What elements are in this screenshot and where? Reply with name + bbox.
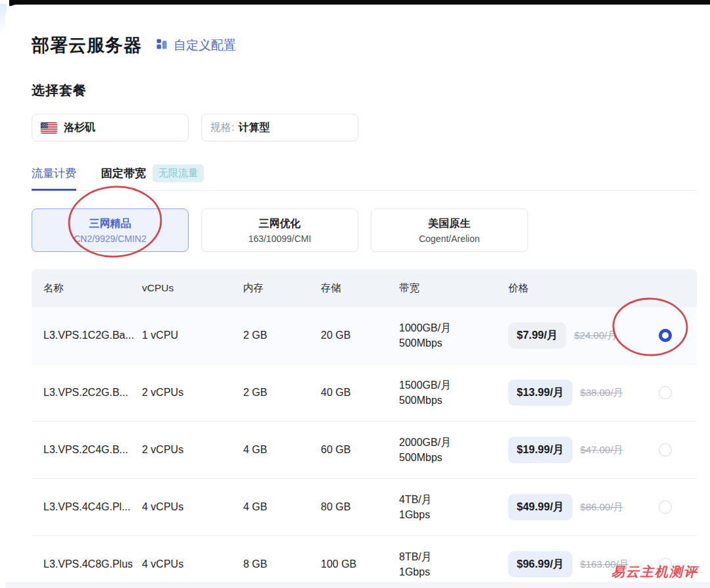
plan-price-cell: $19.99/月 $47.00/月 xyxy=(508,437,634,463)
custom-config-label: 自定义配置 xyxy=(174,37,236,54)
plan-storage: 20 GB xyxy=(321,330,399,341)
unlimited-traffic-badge: 无限流量 xyxy=(153,164,204,182)
plan-radio[interactable] xyxy=(659,329,672,342)
tab-fixed-bandwidth[interactable]: 固定带宽 无限流量 xyxy=(101,164,204,190)
billing-tabs: 流量计费 固定带宽 无限流量 xyxy=(32,164,697,191)
plan-storage: 40 GB xyxy=(321,387,399,399)
plan-price-cell: $13.99/月 $38.00/月 xyxy=(508,380,634,406)
plan-bandwidth: 1500GB/月 500Mbps xyxy=(399,378,508,408)
plan-bandwidth: 4TB/月 1Gbps xyxy=(399,492,508,522)
network-card[interactable]: 美国原生 Cogent/Arelion xyxy=(371,208,528,252)
plan-table-header: 名称 vCPUs 内存 存储 带宽 价格 xyxy=(32,269,697,307)
plan-memory: 2 GB xyxy=(243,330,321,341)
plan-price: $19.99/月 xyxy=(508,437,573,463)
col-price: 价格 xyxy=(508,282,634,295)
table-row[interactable]: L3.VPS.4C8G.Plus 4 vCPUs 8 GB 100 GB 8TB… xyxy=(32,536,697,588)
plan-bandwidth-speed: 1Gbps xyxy=(399,564,508,579)
plan-bandwidth-speed: 500Mbps xyxy=(399,335,508,351)
plan-original-price: $38.00/月 xyxy=(580,387,623,399)
col-storage: 存储 xyxy=(321,282,399,295)
plan-vcpus: 1 vCPU xyxy=(142,330,243,341)
plan-price: $7.99/月 xyxy=(508,322,566,349)
tab-traffic-billing[interactable]: 流量计费 xyxy=(32,166,76,191)
plan-radio[interactable] xyxy=(659,501,672,514)
layout-columns-icon xyxy=(155,37,168,53)
plan-name: L3.VPS.1C2G.Ba... xyxy=(43,330,142,341)
plan-bandwidth-quota: 4TB/月 xyxy=(399,492,508,507)
plan-price: $49.99/月 xyxy=(508,494,573,520)
network-card[interactable]: 三网精品 CN2/9929/CMIN2 xyxy=(32,208,189,252)
table-row[interactable]: L3.VPS.4C4G.Pl... 4 vCPUs 4 GB 80 GB 4TB… xyxy=(32,479,697,536)
plan-vcpus: 4 vCPUs xyxy=(142,501,243,513)
plan-price: $96.99/月 xyxy=(508,551,573,577)
plan-bandwidth-quota: 1000GB/月 xyxy=(399,320,508,335)
header: 部署云服务器 自定义配置 xyxy=(32,34,697,57)
section-title: 选择套餐 xyxy=(32,82,697,99)
spec-value: 计算型 xyxy=(238,121,270,135)
plan-storage: 80 GB xyxy=(321,501,399,513)
plan-name: L3.VPS.4C8G.Plus xyxy=(43,558,142,570)
plan-bandwidth-speed: 1Gbps xyxy=(399,507,508,522)
plan-original-price: $24.00/月 xyxy=(574,330,617,342)
plan-original-price: $86.00/月 xyxy=(580,501,623,514)
network-card-title: 三网精品 xyxy=(89,217,131,231)
network-card-title: 美国原生 xyxy=(429,217,471,231)
tab-fixed-bandwidth-label: 固定带宽 xyxy=(101,166,146,181)
table-row[interactable]: L3.VPS.2C4G.B... 2 vCPUs 4 GB 60 GB 2000… xyxy=(32,422,697,479)
filter-row: 洛杉矶 规格: 计算型 xyxy=(32,114,697,141)
deploy-cloud-server-page: 部署云服务器 自定义配置 选择套餐 xyxy=(0,0,710,588)
network-card-subtitle: 163/10099/CMI xyxy=(248,233,312,244)
plan-vcpus: 2 vCPUs xyxy=(142,444,243,456)
plan-price-cell: $49.99/月 $86.00/月 xyxy=(508,494,634,520)
plan-storage: 60 GB xyxy=(321,444,399,456)
col-bandwidth: 带宽 xyxy=(399,281,508,295)
plan-radio[interactable] xyxy=(659,443,672,456)
watermark-text: 易云主机测评 xyxy=(611,563,698,581)
plan-bandwidth-quota: 2000GB/月 xyxy=(399,435,508,450)
network-card[interactable]: 三网优化 163/10099/CMI xyxy=(201,208,358,252)
plan-price-cell: $7.99/月 $24.00/月 xyxy=(508,322,634,349)
plan-name: L3.VPS.2C4G.B... xyxy=(43,444,142,456)
plan-bandwidth-quota: 1500GB/月 xyxy=(399,378,508,393)
plan-memory: 4 GB xyxy=(243,444,321,456)
tab-traffic-billing-label: 流量计费 xyxy=(32,166,76,181)
plan-bandwidth-speed: 500Mbps xyxy=(399,450,508,465)
region-value: 洛杉矶 xyxy=(64,121,95,135)
plan-memory: 4 GB xyxy=(243,501,321,513)
plan-name: L3.VPS.4C4G.Pl... xyxy=(43,501,142,513)
page-title: 部署云服务器 xyxy=(32,34,142,57)
network-type-cards: 三网精品 CN2/9929/CMIN2 三网优化 163/10099/CMI 美… xyxy=(32,208,697,252)
network-card-subtitle: CN2/9929/CMIN2 xyxy=(74,233,147,244)
plan-original-price: $47.00/月 xyxy=(580,444,623,456)
plan-memory: 8 GB xyxy=(243,558,321,570)
plan-name: L3.VPS.2C2G.B... xyxy=(43,387,142,399)
table-row[interactable]: L3.VPS.1C2G.Ba... 1 vCPU 2 GB 20 GB 1000… xyxy=(32,307,697,364)
plan-table: 名称 vCPUs 内存 存储 带宽 价格 L3.VPS.1C2G.Ba... 1… xyxy=(32,269,697,588)
col-vcpus: vCPUs xyxy=(142,282,243,294)
plan-storage: 100 GB xyxy=(321,558,399,570)
region-select[interactable]: 洛杉矶 xyxy=(32,114,189,141)
plan-price: $13.99/月 xyxy=(508,380,573,406)
plan-bandwidth-quota: 8TB/月 xyxy=(399,549,508,564)
spec-select[interactable]: 规格: 计算型 xyxy=(201,114,358,141)
custom-config-link[interactable]: 自定义配置 xyxy=(155,37,236,54)
main-panel: 部署云服务器 自定义配置 选择套餐 xyxy=(5,5,710,588)
plan-vcpus: 4 vCPUs xyxy=(142,558,243,570)
us-flag-icon xyxy=(41,122,57,134)
plan-radio[interactable] xyxy=(659,386,672,399)
network-card-subtitle: Cogent/Arelion xyxy=(419,233,480,244)
plan-memory: 2 GB xyxy=(243,387,321,399)
table-row[interactable]: L3.VPS.2C2G.B... 2 vCPUs 2 GB 40 GB 1500… xyxy=(32,364,697,422)
plan-bandwidth: 8TB/月 1Gbps xyxy=(399,549,508,579)
plan-bandwidth-speed: 500Mbps xyxy=(399,393,508,408)
network-card-title: 三网优化 xyxy=(259,217,301,231)
col-memory: 内存 xyxy=(243,282,321,295)
plan-vcpus: 2 vCPUs xyxy=(142,387,243,399)
col-name: 名称 xyxy=(43,282,142,295)
plan-bandwidth: 1000GB/月 500Mbps xyxy=(399,320,508,351)
plan-bandwidth: 2000GB/月 500Mbps xyxy=(399,435,508,465)
footer-strip xyxy=(5,582,710,588)
spec-label: 规格: xyxy=(210,121,234,135)
